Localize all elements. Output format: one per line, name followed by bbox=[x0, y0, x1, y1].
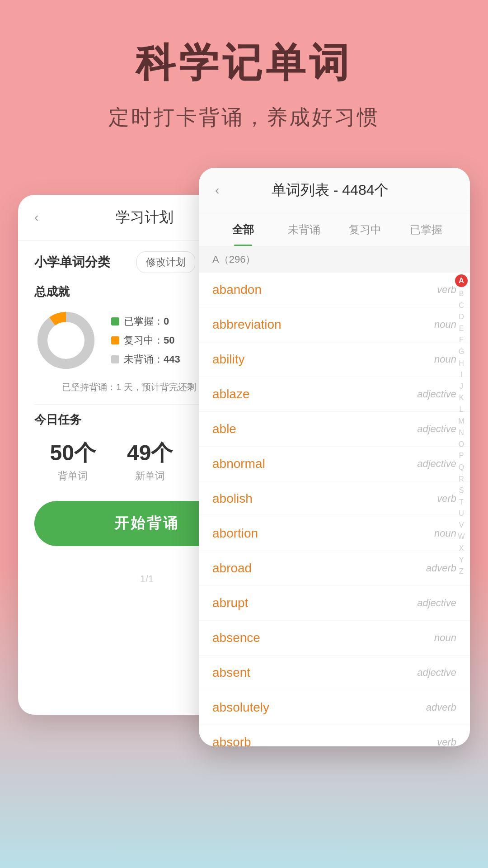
word: absorb bbox=[212, 735, 251, 746]
card-right-title: 单词列表 - 4484个 bbox=[219, 180, 441, 200]
pos: adjective bbox=[417, 458, 456, 470]
tabs-container: 全部 未背诵 复习中 已掌握 bbox=[199, 213, 470, 246]
cards-container: ‹ 学习计划 + 小学单词分类 修改计划 单词列表 总成就 bbox=[18, 168, 470, 755]
list-item[interactable]: abnormal adjective bbox=[199, 447, 470, 481]
list-item[interactable]: abandon verb bbox=[199, 273, 470, 307]
list-item[interactable]: absence noun bbox=[199, 621, 470, 656]
tab-reviewing[interactable]: 复习中 bbox=[334, 213, 395, 246]
page-container: 科学记单词 定时打卡背诵，养成好习惯 ‹ 学习计划 + 小学单词分类 修改计划 … bbox=[0, 0, 488, 868]
list-item[interactable]: ablaze adjective bbox=[199, 377, 470, 412]
svg-point-1 bbox=[42, 317, 89, 364]
word: absolutely bbox=[212, 700, 269, 715]
tab-all[interactable]: 全部 bbox=[212, 213, 273, 246]
task-total-num: 50个 bbox=[50, 439, 96, 467]
pos: adjective bbox=[417, 597, 456, 609]
word: ability bbox=[212, 352, 245, 367]
word: abnormal bbox=[212, 457, 265, 471]
card-right: ‹ 单词列表 - 4484个 全部 未背诵 复习中 已掌握 A（296） A B… bbox=[199, 168, 470, 746]
card-right-header: ‹ 单词列表 - 4484个 bbox=[199, 168, 470, 213]
subtitle: 定时打卡背诵，养成好习惯 bbox=[108, 104, 380, 132]
word: abrupt bbox=[212, 596, 248, 610]
tab-mastered[interactable]: 已掌握 bbox=[395, 213, 456, 246]
pos: adjective bbox=[417, 388, 456, 400]
legend-item-mastered: 已掌握：0 bbox=[111, 315, 180, 328]
pos: adverb bbox=[426, 702, 456, 713]
word: abolish bbox=[212, 491, 253, 506]
legend-mastered-label: 已掌握：0 bbox=[124, 315, 169, 328]
task-new-label: 新单词 bbox=[127, 469, 173, 483]
list-item[interactable]: abortion noun bbox=[199, 516, 470, 551]
legend-dot-orange bbox=[111, 336, 119, 344]
task-stat-total: 50个 背单词 bbox=[50, 439, 96, 483]
word: able bbox=[212, 422, 236, 436]
main-title: 科学记单词 bbox=[136, 36, 352, 90]
legend-dot-green bbox=[111, 317, 119, 326]
pos: adverb bbox=[426, 562, 456, 574]
legend-reviewing-label: 复习中：50 bbox=[124, 334, 174, 347]
alpha-badge-a: A bbox=[455, 274, 468, 287]
word: abandon bbox=[212, 283, 262, 297]
list-item[interactable]: able adjective bbox=[199, 412, 470, 447]
word: ablaze bbox=[212, 387, 250, 401]
word: abroad bbox=[212, 561, 252, 576]
list-item[interactable]: abrupt adjective bbox=[199, 586, 470, 621]
legend-dot-gray bbox=[111, 355, 119, 363]
donut-chart bbox=[34, 309, 98, 372]
back-button-left[interactable]: ‹ bbox=[34, 210, 38, 225]
list-item[interactable]: abolish verb bbox=[199, 481, 470, 516]
pos: adjective bbox=[417, 667, 456, 679]
word-section-header: A（296） bbox=[199, 246, 470, 273]
list-item[interactable]: abbreviation noun bbox=[199, 307, 470, 342]
list-item[interactable]: absolutely adverb bbox=[199, 690, 470, 725]
list-item[interactable]: absent adjective bbox=[199, 656, 470, 690]
word: absent bbox=[212, 665, 250, 680]
task-new-num: 49个 bbox=[127, 439, 173, 467]
word: abortion bbox=[212, 526, 258, 541]
task-total-label: 背单词 bbox=[50, 469, 96, 483]
section-label: 小学单词分类 bbox=[34, 254, 110, 271]
list-item[interactable]: abroad adverb bbox=[199, 551, 470, 586]
tab-unlearned[interactable]: 未背诵 bbox=[273, 213, 334, 246]
word: abbreviation bbox=[212, 317, 282, 332]
list-item[interactable]: absorb verb bbox=[199, 725, 470, 746]
legend-item-reviewing: 复习中：50 bbox=[111, 334, 180, 347]
word-list: A B C D E F G H I J K L M N O P Q bbox=[199, 273, 470, 746]
back-button-right[interactable]: ‹ bbox=[215, 183, 219, 198]
legend-unlearned-label: 未背诵：443 bbox=[124, 353, 180, 366]
alpha-index-sidebar: A B C D E F G H I J K L M N O P Q bbox=[453, 273, 470, 746]
legend-item-unlearned: 未背诵：443 bbox=[111, 353, 180, 366]
word: absence bbox=[212, 631, 260, 645]
modify-plan-button[interactable]: 修改计划 bbox=[136, 251, 195, 273]
task-stat-new: 49个 新单词 bbox=[127, 439, 173, 483]
pos: adjective bbox=[417, 423, 456, 435]
list-item[interactable]: ability noun bbox=[199, 342, 470, 377]
legend: 已掌握：0 复习中：50 未背诵：443 bbox=[111, 315, 180, 366]
